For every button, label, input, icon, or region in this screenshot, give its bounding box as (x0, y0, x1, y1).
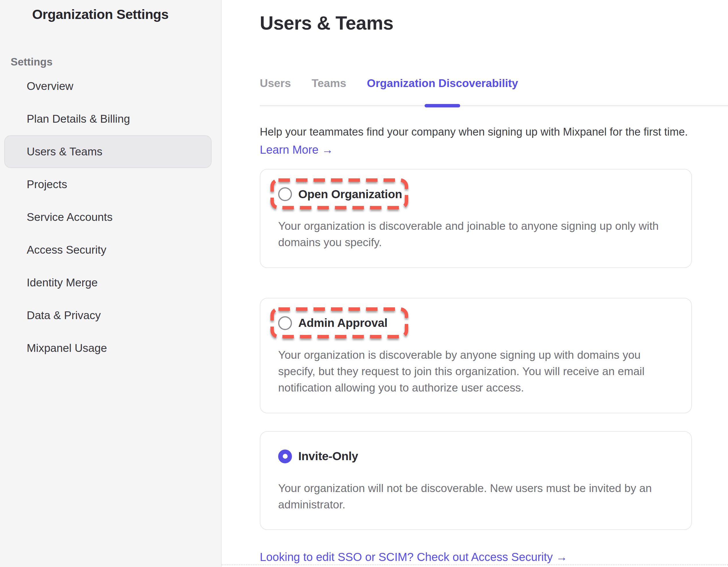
sidebar-item-mixpanel-usage[interactable]: Mixpanel Usage (4, 332, 212, 365)
intro-text: Help your teammates find your company wh… (260, 124, 728, 140)
radio-checked-icon[interactable] (278, 450, 292, 463)
sidebar-item-data-privacy[interactable]: Data & Privacy (4, 299, 212, 332)
page-title: Users & Teams (260, 12, 728, 34)
option-description-invite-only: Your organization will not be discoverab… (278, 480, 671, 513)
option-label-open-organization: Open Organization (298, 187, 402, 201)
radio-option-invite-only[interactable]: Invite-Only (278, 450, 358, 463)
option-description-open-organization: Your organization is discoverable and jo… (278, 218, 671, 251)
sidebar-item-overview[interactable]: Overview (4, 70, 212, 102)
option-card-invite-only: Invite-Only Your organization will not b… (260, 431, 692, 530)
sidebar-title: Organization Settings (0, 6, 221, 22)
radio-option-open-organization[interactable]: Open Organization (278, 187, 402, 201)
option-label-invite-only: Invite-Only (298, 450, 358, 463)
sidebar-section-label: Settings (11, 56, 221, 68)
radio-unchecked-icon[interactable] (278, 316, 292, 330)
tab-teams-label: Teams (311, 77, 346, 89)
tab-organization-discoverability[interactable]: Organization Discoverability (367, 77, 518, 105)
sidebar-item-access-security[interactable]: Access Security (4, 233, 212, 266)
main-content: Users & Teams Users Teams Organization D… (222, 0, 728, 567)
radio-unchecked-icon[interactable] (278, 187, 292, 201)
option-label-admin-approval: Admin Approval (298, 316, 388, 330)
option-card-open-organization: Open Organization Your organization is d… (260, 169, 692, 268)
tab-users-label: Users (260, 77, 291, 89)
tab-organization-discoverability-label: Organization Discoverability (367, 77, 518, 89)
sidebar-nav-list: Overview Plan Details & Billing Users & … (0, 70, 221, 365)
bottom-divider (222, 564, 728, 565)
sidebar-item-identity-merge[interactable]: Identity Merge (4, 266, 212, 299)
sidebar-nav: Overview Plan Details & Billing Users & … (0, 70, 221, 365)
tab-teams[interactable]: Teams (311, 77, 346, 105)
active-tab-indicator (425, 104, 460, 107)
tabs: Users Teams Organization Discoverability (260, 77, 728, 106)
sidebar-item-projects[interactable]: Projects (4, 168, 212, 201)
sidebar-item-plan-details-billing[interactable]: Plan Details & Billing (4, 102, 212, 135)
sidebar: Organization Settings Settings Overview … (0, 0, 222, 567)
learn-more-link[interactable]: Learn More → (260, 143, 333, 156)
sidebar-item-service-accounts[interactable]: Service Accounts (4, 201, 212, 233)
access-security-link[interactable]: Looking to edit SSO or SCIM? Check out A… (260, 551, 568, 564)
tab-users[interactable]: Users (260, 77, 291, 105)
sidebar-item-users-teams[interactable]: Users & Teams (4, 135, 212, 168)
radio-dot (283, 454, 288, 459)
radio-option-admin-approval[interactable]: Admin Approval (278, 316, 388, 330)
option-card-admin-approval: Admin Approval Your organization is disc… (260, 298, 692, 413)
option-description-admin-approval: Your organization is discoverable by any… (278, 347, 671, 396)
